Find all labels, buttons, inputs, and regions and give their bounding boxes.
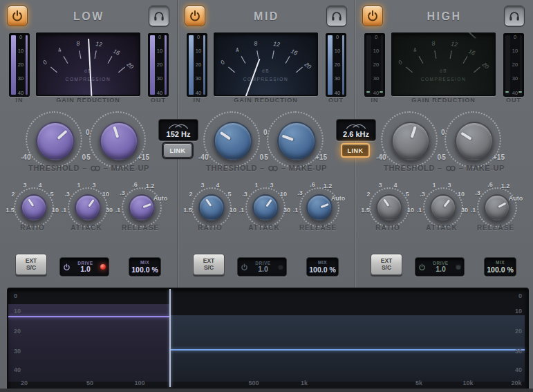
threshold-knob-block: -40 0 [197, 111, 266, 171]
headphone-solo-button[interactable] [149, 6, 169, 26]
svg-text:12: 12 [95, 40, 103, 48]
x-axis-label: 5k [415, 380, 422, 386]
release-knob-block: .1.3.61.2Auto RELEASE [115, 181, 166, 235]
y-axis-label: 10 [14, 308, 21, 315]
meter-peak-bar [26, 35, 28, 95]
threshold-makeup-caption: THRESHOLD– –MAKE-UP [178, 164, 355, 172]
drive-display[interactable]: DRIVE 1.0 [59, 257, 109, 277]
gain-reduction-label: GAIN REDUCTION [36, 97, 140, 104]
attack-knob[interactable] [252, 194, 279, 221]
ratio-knob[interactable] [21, 194, 47, 221]
drive-power-icon[interactable] [241, 263, 248, 271]
svg-text:16: 16 [112, 48, 121, 57]
svg-text:4: 4 [234, 46, 241, 54]
headphone-icon [330, 10, 343, 22]
svg-text:12: 12 [273, 40, 281, 48]
bottom-edge [0, 389, 533, 392]
drive-power-icon[interactable] [63, 263, 71, 271]
gain-reduction-vu-meter: 0 4 8 12 16 20 dB COMPRESSION [214, 32, 318, 96]
svg-text:4: 4 [57, 46, 63, 54]
drive-value: 1.0 [80, 265, 91, 274]
headphone-solo-button[interactable] [326, 6, 347, 26]
ext-sidechain-button[interactable]: EXT S/C [193, 254, 225, 275]
y-axis-label: 0 [518, 292, 522, 299]
drive-led [278, 264, 283, 270]
x-axis-label: 50 [86, 380, 93, 386]
mid-high-band-region[interactable] [170, 315, 525, 382]
band-mid-header: MID [178, 6, 355, 28]
attack-knob[interactable] [75, 194, 101, 221]
svg-text:16: 16 [290, 48, 299, 57]
makeup-knob[interactable] [455, 122, 494, 160]
mix-display[interactable]: MIX 100.0 % [129, 257, 161, 277]
y-axis-label: 20 [14, 328, 21, 335]
attack-knob-block: .1.3131030 ATTACK [61, 181, 112, 235]
crossover-divider-handle[interactable] [169, 289, 171, 387]
ratio-knob[interactable] [376, 194, 402, 221]
svg-text:0: 0 [41, 59, 48, 66]
meter-bar [11, 35, 16, 95]
release-knob[interactable] [306, 194, 333, 221]
link-mid-high-button[interactable]: LINK [341, 143, 370, 158]
ext-sidechain-button[interactable]: EXT S/C [15, 254, 47, 275]
in-label: IN [364, 97, 385, 104]
band-high: HIGH 010203040 0 4 8 12 16 20 dB [355, 0, 533, 288]
attack-knob[interactable] [430, 194, 456, 221]
makeup-knob-block: 0 -5 +15 [83, 111, 152, 171]
mid-threshold-line[interactable] [170, 349, 525, 351]
input-level-meter: 010203040 [187, 33, 207, 97]
threshold-knob-block: -40 0 [19, 111, 88, 171]
svg-text:8: 8 [431, 39, 436, 47]
threshold-knob[interactable] [214, 122, 252, 160]
gain-reduction-vu-meter: 0 4 8 12 16 20 dB COMPRESSION [36, 32, 140, 96]
gain-reduction-label: GAIN REDUCTION [391, 97, 496, 104]
mix-label: MIX [318, 260, 327, 265]
link-low-mid-button[interactable]: LINK [163, 143, 192, 158]
vu-needle [433, 32, 476, 38]
makeup-knob-block: 0 -5 +15 [261, 111, 330, 171]
svg-text:12: 12 [451, 40, 458, 48]
ext-sidechain-button[interactable]: EXT S/C [371, 254, 402, 275]
svg-text:20: 20 [125, 60, 135, 71]
drive-display[interactable]: DRIVE 1.0 [415, 257, 465, 277]
in-label: IN [187, 97, 207, 104]
x-axis-label: 1k [301, 380, 308, 386]
svg-text:0: 0 [397, 59, 404, 66]
makeup-knob[interactable] [277, 122, 316, 160]
gain-reduction-label: GAIN REDUCTION [214, 97, 318, 104]
band-high-header: HIGH [355, 6, 533, 28]
drive-display[interactable]: DRIVE 1.0 [237, 257, 287, 277]
drive-led [456, 264, 461, 270]
svg-text:4: 4 [412, 46, 418, 54]
threshold-makeup-caption: THRESHOLD– –MAKE-UP [355, 164, 533, 172]
mix-display[interactable]: MIX 100.0 % [484, 257, 516, 277]
threshold-knob[interactable] [36, 122, 75, 160]
spectrum-display[interactable]: 0 10 20 30 40 0 10 20 30 40 20 50 100 50… [7, 288, 529, 391]
ratio-knob[interactable] [198, 194, 225, 221]
threshold-knob[interactable] [391, 122, 430, 160]
input-level-meter: 010203040 [9, 33, 30, 97]
svg-text:8: 8 [254, 39, 258, 47]
low-threshold-line[interactable] [8, 316, 170, 317]
headphone-solo-button[interactable] [504, 6, 525, 26]
vu-needle [88, 39, 91, 96]
y-axis-label: 10 [515, 308, 522, 315]
drive-power-icon[interactable] [418, 263, 426, 271]
svg-text:0: 0 [219, 59, 226, 66]
meter-scale: 010203040 [16, 35, 26, 95]
svg-text:COMPRESSION: COMPRESSION [421, 77, 466, 82]
mix-label: MIX [140, 260, 149, 265]
makeup-knob[interactable] [100, 122, 138, 160]
y-axis-label: 20 [515, 328, 522, 335]
link-rings-icon [90, 165, 101, 171]
link-rings-icon [268, 165, 279, 171]
svg-text:20: 20 [303, 60, 313, 71]
svg-text:20: 20 [480, 60, 491, 71]
crossover-low-mid-display[interactable]: 152 Hz [158, 119, 198, 141]
svg-text:8: 8 [76, 39, 80, 47]
release-knob[interactable] [129, 194, 155, 221]
makeup-knob-block: 0 -5 +15 [438, 111, 507, 171]
mix-display[interactable]: MIX 100.0 % [306, 257, 339, 277]
release-knob[interactable] [484, 194, 510, 221]
crossover-mid-high-display[interactable]: 2.6 kHz [336, 119, 376, 141]
